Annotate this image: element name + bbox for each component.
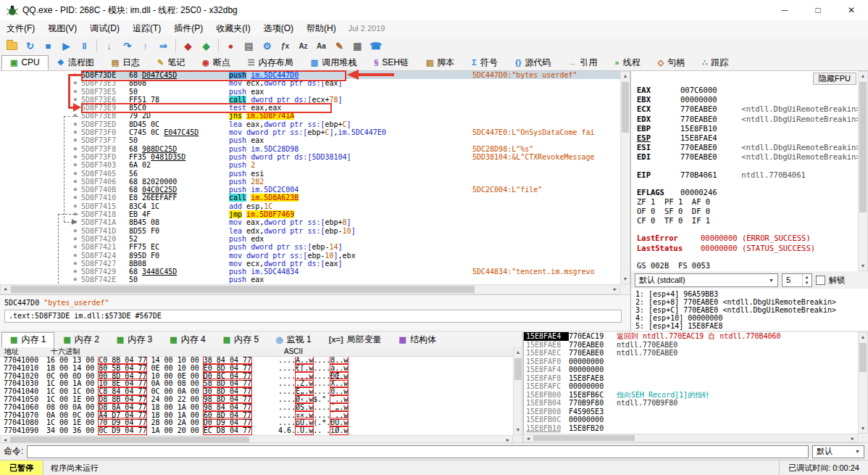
open-file-icon[interactable] xyxy=(3,38,21,54)
register-row[interactable]: EBX00000000 xyxy=(637,95,868,104)
disasm-row[interactable]: ●5D8F7410E8 26EEFAFFcall im.5D8A623B xyxy=(0,194,620,202)
disasm-row[interactable]: ●5D8F7421FF75 ECpush dword ptr ss:[ebp-1… xyxy=(0,243,620,251)
menu-item[interactable]: 视图(V) xyxy=(41,20,83,36)
tab-graph[interactable]: ❖流程图 xyxy=(49,55,103,70)
menu-item[interactable]: 帮助(H) xyxy=(300,20,343,36)
stack-row[interactable]: 15E8FAEC770EABE0ntdll.770EABE0 xyxy=(524,349,858,358)
tab-source[interactable]: {}源代码 xyxy=(506,55,560,70)
disasm-row[interactable]: ●5D8F7424895D F0mov dword ptr ss:[ebp-10… xyxy=(0,252,620,260)
disasm-row[interactable]: ●5D8F74036A 02push 2 xyxy=(0,161,620,169)
disasm-row[interactable]: ●5D8F741583C4 1Cadd esp,1C xyxy=(0,202,620,210)
stack-row[interactable]: 15E8FB08F45905E3 xyxy=(524,408,858,416)
scroll-thumb[interactable] xyxy=(859,82,867,212)
stack-row[interactable]: 15E8FAE4770EAC19返回到 ntdll.770EAC19 自 ntd… xyxy=(524,332,858,341)
argument-count-stepper[interactable]: 5 ▲▼ xyxy=(782,273,812,287)
close-button[interactable]: ✕ xyxy=(835,0,868,20)
tab-call-stack[interactable]: ▥调用堆栈 xyxy=(302,55,365,70)
stack-row[interactable]: 15E8FAFC00000000 xyxy=(524,382,858,391)
disasm-row[interactable]: ●5D8F73FDFF35 0481D35Dpush dword ptr ds:… xyxy=(0,153,620,161)
stack-row[interactable]: 15E8FAF400000000 xyxy=(524,365,858,374)
command-input[interactable] xyxy=(27,445,809,458)
register-row[interactable]: EBP15E8FB10 xyxy=(637,124,868,133)
trace-over-icon[interactable]: ◆ xyxy=(197,38,215,54)
stack-argument-row[interactable]: 3: [esp+C] 770EABE0 <ntdll.DbgUiRemoteBr… xyxy=(635,306,868,314)
run-until-icon[interactable]: ⇒ xyxy=(154,38,172,54)
step-out-icon[interactable]: ↑ xyxy=(136,38,154,54)
stack-argument-row[interactable]: 4: [esp+10] 00000000 xyxy=(635,314,868,322)
stack-row[interactable]: 15E8FAE8770EABE0ntdll.770EABE0 xyxy=(524,341,858,350)
tab-dump-1[interactable]: ▦内存 1 xyxy=(1,332,54,347)
minimize-button[interactable]: ─ xyxy=(768,0,801,20)
unlock-checkbox[interactable] xyxy=(816,276,825,285)
disasm-row[interactable]: ●5D8F740556push esi xyxy=(0,170,620,178)
maximize-button[interactable]: □ xyxy=(801,0,835,20)
tab-notes[interactable]: ✎笔记 xyxy=(149,55,193,70)
pause-icon[interactable]: ‖ xyxy=(75,38,93,54)
font-aa-icon[interactable]: Aa xyxy=(312,38,330,54)
tab-locals[interactable]: [x=]局部变量 xyxy=(320,332,391,347)
tab-script[interactable]: ▨脚本 xyxy=(417,55,463,70)
tab-memory-map[interactable]: ☰内存布局 xyxy=(239,55,302,70)
disasm-row[interactable]: ●5D8F73EB79 2Djns im.5D8F741A xyxy=(0,112,620,120)
scroll-up-icon[interactable]: ▲ xyxy=(859,333,867,342)
scroll-thumb[interactable] xyxy=(11,286,475,293)
register-row[interactable]: EFLAGS00000246 xyxy=(637,188,868,197)
phone-icon[interactable]: ☎ xyxy=(367,38,385,54)
menu-item[interactable]: 收藏夹(I) xyxy=(209,20,256,36)
stack-row[interactable]: 15E8FB1015E8FB20 xyxy=(524,424,858,433)
step-into-icon[interactable]: ↓ xyxy=(100,38,118,54)
register-row[interactable]: EDI770EABE0 <ntdll.DbgUiRemoteBreakin> xyxy=(637,152,868,162)
register-row[interactable]: OF 0 SF 0 DF 0 xyxy=(637,207,868,216)
stack-row[interactable]: 15E8FAF815E8FAE8 xyxy=(524,374,858,383)
restart-icon[interactable]: ↻ xyxy=(21,38,39,54)
tab-threads[interactable]: »线程 xyxy=(606,55,649,70)
disasm-row[interactable]: ●5D8F73F750push eax xyxy=(0,136,620,144)
stop-icon[interactable]: ■ xyxy=(39,38,57,54)
dump-row[interactable]: 7704109034 00 36 00 0C D9 04 77 1A 00 20… xyxy=(0,427,513,435)
scroll-up-icon[interactable]: ▲ xyxy=(621,72,630,80)
trace-into-icon[interactable]: ◆ xyxy=(179,38,197,54)
disasm-row[interactable]: ●5D8F73F868 988DC25Dpush im.5DC28D985DC2… xyxy=(0,145,620,153)
tab-handles[interactable]: ◇句柄 xyxy=(649,55,693,70)
scroll-up-icon[interactable]: ▲ xyxy=(859,72,867,80)
tab-seh[interactable]: §SEH链 xyxy=(365,55,417,70)
registers-pane[interactable]: 隐藏FPU EAX007C6000EBX00000000ECX770EABE0 … xyxy=(630,71,868,271)
run-icon[interactable]: ▶ xyxy=(57,38,75,54)
command-mode-select[interactable]: 默认 ▼ xyxy=(812,445,864,458)
tab-references[interactable]: →引用 xyxy=(560,55,606,70)
disasm-row[interactable]: ●5D8F73E550push eax xyxy=(0,88,620,96)
register-row[interactable]: EDX770EABE0 <ntdll.DbgUiRemoteBreakin> xyxy=(637,115,868,124)
stack-row[interactable]: 15E8FAF000000000 xyxy=(524,358,858,366)
tab-dump-3[interactable]: ▦内存 3 xyxy=(108,332,161,347)
stack-vscrollbar[interactable]: ▲ ▼ xyxy=(858,332,868,434)
disasm-row[interactable]: ●5D8F74278B08mov ecx,dword ptr ds:[eax] xyxy=(0,260,620,268)
font-az-icon[interactable]: Az xyxy=(294,38,312,54)
memory-dump-pane[interactable]: 7704100016 00 13 00 C0 8B 04 77 14 00 10… xyxy=(0,357,513,435)
stack-argument-row[interactable]: 5: [esp+14] 15E8FAE8 xyxy=(635,322,868,330)
disasm-row[interactable]: ●5D8F741D8D55 F0lea edx,dword ptr ss:[eb… xyxy=(0,227,620,235)
registers-vscrollbar[interactable]: ▲ ▼ xyxy=(858,71,868,271)
menu-item[interactable]: 追踪(T) xyxy=(126,20,167,36)
disasm-row[interactable]: ●5D8F73F0C745 0C E047C45Dmov dword ptr s… xyxy=(0,128,620,136)
stack-hscrollbar[interactable]: ◄ ► xyxy=(523,434,858,442)
stack-row[interactable]: 15E8FB0015E8FB6C指向SEH_Record[1]的指针 xyxy=(524,391,858,400)
scroll-down-icon[interactable]: ▼ xyxy=(621,275,630,284)
disasm-row[interactable]: ●5D8F741A8B45 08mov eax,dword ptr ss:[eb… xyxy=(0,218,620,226)
disasm-row[interactable]: ●5D8F740668 82020000push 282 xyxy=(0,178,620,186)
step-over-icon[interactable]: ↷ xyxy=(118,38,136,54)
scroll-right-icon[interactable]: ► xyxy=(611,285,619,294)
register-row[interactable]: GS 002B FS 0053 xyxy=(637,261,868,270)
tab-dump-2[interactable]: ▦内存 2 xyxy=(54,332,107,347)
stack-argument-row[interactable]: 1: [esp+4] 96A59BB3 xyxy=(635,290,868,298)
register-row[interactable]: ESI770EABE0 <ntdll.DbgUiRemoteBreakin> xyxy=(637,143,868,152)
hide-fpu-button[interactable]: 隐藏FPU xyxy=(813,73,856,85)
disassembly-vscrollbar[interactable]: ▲ ▼ xyxy=(620,71,630,284)
calculator-icon[interactable]: ▦ xyxy=(349,38,367,54)
tab-breakpoints[interactable]: ◉断点 xyxy=(193,55,239,70)
register-row[interactable]: CF 0 TF 0 IF 1 xyxy=(637,216,868,226)
menu-item[interactable]: 调试(D) xyxy=(83,20,126,36)
stack-row[interactable]: 15E8FB04770B9F80ntdll.770B9F80 xyxy=(524,399,858,408)
register-row[interactable]: ZF 1 PF 1 AF 0 xyxy=(637,197,868,207)
memory-map-icon[interactable]: ▤ xyxy=(240,38,258,54)
disasm-row[interactable]: ●5D8F742E50push eax xyxy=(0,276,620,284)
